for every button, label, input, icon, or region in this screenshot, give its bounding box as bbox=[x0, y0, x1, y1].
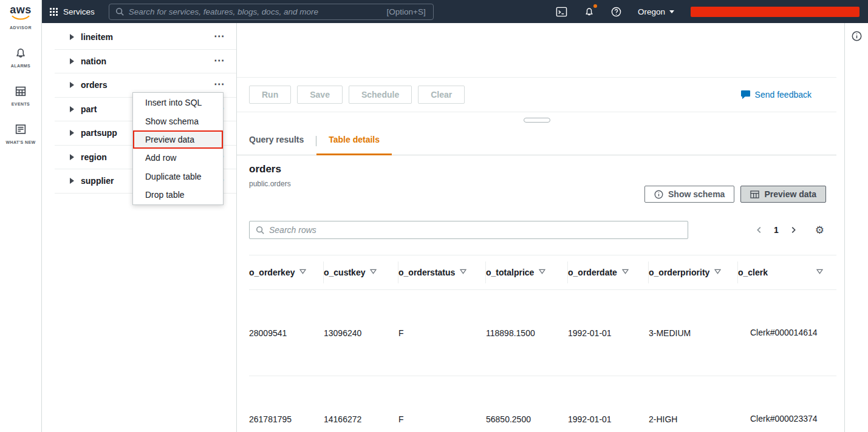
save-button[interactable]: Save bbox=[297, 86, 343, 104]
next-page-button[interactable] bbox=[789, 226, 798, 234]
table-cell: F bbox=[398, 376, 486, 432]
info-panel-toggle[interactable] bbox=[852, 31, 862, 42]
filter-icon[interactable] bbox=[539, 269, 545, 274]
notifications-bell-icon bbox=[584, 6, 595, 17]
column-header-o-orderpriority: o_orderpriority bbox=[649, 267, 709, 278]
tree-item-label: region bbox=[81, 152, 107, 162]
table-row: 28009541 13096240 F 118898.1500 1992-01-… bbox=[249, 290, 836, 376]
info-circle-icon bbox=[852, 31, 862, 41]
filter-icon[interactable] bbox=[714, 269, 721, 274]
sidebar-item-whats-new[interactable]: WHAT'S NEW bbox=[5, 123, 35, 144]
expand-caret-icon[interactable] bbox=[70, 130, 74, 136]
expand-caret-icon[interactable] bbox=[70, 82, 74, 88]
table-cell: 118898.1500 bbox=[486, 290, 568, 376]
table-row: 261781795 14166272 F 56850.2500 1992-01-… bbox=[249, 376, 836, 432]
table-context-menu: Insert into SQL Show schema Preview data… bbox=[132, 92, 224, 205]
filter-icon[interactable] bbox=[299, 269, 306, 274]
global-search-input[interactable] bbox=[129, 7, 382, 16]
cloudshell-terminal-icon bbox=[556, 6, 567, 18]
search-rows-box[interactable] bbox=[249, 221, 688, 239]
page-number[interactable]: 1 bbox=[774, 225, 779, 235]
menu-item-add-row[interactable]: Add row bbox=[133, 149, 223, 167]
schedule-button[interactable]: Schedule bbox=[349, 86, 412, 104]
menu-item-preview-data[interactable]: Preview data bbox=[133, 130, 223, 149]
sidebar-item-alarms[interactable]: ALARMS bbox=[11, 46, 30, 68]
clear-button[interactable]: Clear bbox=[418, 86, 465, 104]
filter-icon[interactable] bbox=[816, 269, 823, 274]
alarms-bell-icon bbox=[14, 46, 27, 59]
table-cell: 1992-01-01 bbox=[568, 290, 649, 376]
ellipsis-menu-icon[interactable]: ⋯ bbox=[214, 78, 224, 90]
ellipsis-menu-icon[interactable]: ⋯ bbox=[214, 54, 224, 67]
help-button[interactable] bbox=[611, 7, 621, 17]
menu-item-show-schema[interactable]: Show schema bbox=[133, 112, 223, 130]
account-redaction-bar bbox=[691, 7, 859, 17]
table-title: orders bbox=[249, 163, 824, 175]
expand-caret-icon[interactable] bbox=[70, 106, 74, 112]
column-header-o-orderdate: o_orderdate bbox=[568, 267, 617, 278]
table-header-row: o_orderkey o_custkey o_orderstatus o_tot… bbox=[249, 255, 836, 290]
send-feedback-label: Send feedback bbox=[755, 90, 812, 100]
menu-item-insert-into-sql[interactable]: Insert into SQL bbox=[133, 93, 223, 112]
table-grid-icon bbox=[750, 190, 759, 199]
preview-data-label: Preview data bbox=[764, 189, 816, 199]
tree-item-lineitem[interactable]: lineitem ⋯ bbox=[55, 25, 236, 50]
sidebar-item-events[interactable]: EVENTS bbox=[12, 84, 30, 106]
send-feedback-link[interactable]: Send feedback bbox=[740, 90, 812, 100]
top-navigation-bar: Services [Option+S] Oregon bbox=[42, 0, 868, 23]
table-cell: 14166272 bbox=[324, 376, 398, 432]
chevron-right-icon bbox=[789, 226, 798, 234]
panel-resize-handle[interactable] bbox=[524, 118, 550, 123]
aws-logo-text: aws bbox=[10, 4, 32, 15]
services-menu-button[interactable]: Services bbox=[42, 0, 103, 23]
sidebar-item-label: ALARMS bbox=[11, 64, 30, 68]
table-cell: F bbox=[398, 290, 486, 376]
ellipsis-menu-icon[interactable]: ⋯ bbox=[214, 30, 224, 42]
region-label: Oregon bbox=[638, 7, 665, 16]
expand-caret-icon[interactable] bbox=[70, 154, 74, 160]
cloudshell-button[interactable] bbox=[556, 6, 567, 18]
previous-page-button[interactable] bbox=[755, 226, 764, 234]
preferences-gear-icon[interactable]: ⚙ bbox=[815, 225, 824, 235]
table-cell-value: Clerk#000023374 bbox=[750, 413, 818, 425]
table-cell: 13096240 bbox=[324, 290, 398, 376]
table-details-header: orders public.orders Show schema Preview… bbox=[237, 155, 836, 188]
table-cell: Clerk#000014614 bbox=[738, 290, 836, 376]
filter-icon[interactable] bbox=[460, 269, 466, 274]
tab-query-results[interactable]: Query results bbox=[249, 135, 316, 155]
preview-data-button[interactable]: Preview data bbox=[740, 186, 826, 203]
help-question-icon bbox=[611, 7, 621, 17]
sql-editor-area[interactable] bbox=[237, 23, 836, 78]
events-calendar-icon bbox=[14, 84, 27, 98]
sidebar-item-label: WHAT'S NEW bbox=[5, 140, 35, 144]
table-cell: 1992-01-01 bbox=[568, 376, 649, 432]
column-header-o-orderkey: o_orderkey bbox=[249, 267, 295, 278]
search-rows-input[interactable] bbox=[269, 225, 682, 235]
filter-icon[interactable] bbox=[622, 269, 629, 274]
show-schema-button[interactable]: Show schema bbox=[644, 186, 734, 203]
tree-item-nation[interactable]: nation ⋯ bbox=[55, 50, 236, 74]
aws-logo[interactable]: aws ADVISOR bbox=[10, 4, 32, 30]
region-selector[interactable]: Oregon bbox=[638, 7, 674, 16]
run-button[interactable]: Run bbox=[249, 86, 291, 104]
editor-toolbar: Run Save Schedule Clear Send feedback bbox=[237, 78, 836, 112]
expand-caret-icon[interactable] bbox=[70, 178, 74, 184]
menu-item-duplicate-table[interactable]: Duplicate table bbox=[133, 167, 223, 186]
tree-item-label: supplier bbox=[81, 176, 114, 186]
global-search-bar[interactable]: [Option+S] bbox=[109, 4, 434, 20]
feedback-bubble-icon bbox=[740, 90, 751, 100]
tree-item-label: lineitem bbox=[81, 32, 113, 42]
filter-icon[interactable] bbox=[370, 269, 377, 274]
notifications-button[interactable] bbox=[584, 6, 595, 17]
table-cell-value: Clerk#000014614 bbox=[750, 326, 818, 339]
search-shortcut-hint: [Option+S] bbox=[387, 7, 426, 16]
tab-table-details[interactable]: Table details bbox=[316, 135, 392, 155]
search-icon bbox=[115, 7, 124, 16]
expand-caret-icon[interactable] bbox=[70, 58, 74, 64]
expand-caret-icon[interactable] bbox=[70, 34, 74, 40]
menu-item-drop-table[interactable]: Drop table bbox=[133, 186, 223, 204]
right-info-panel-strip bbox=[844, 23, 868, 432]
rows-toolbar: 1 ⚙ bbox=[249, 221, 824, 239]
tree-item-label: nation bbox=[81, 56, 106, 66]
services-label: Services bbox=[63, 7, 95, 16]
